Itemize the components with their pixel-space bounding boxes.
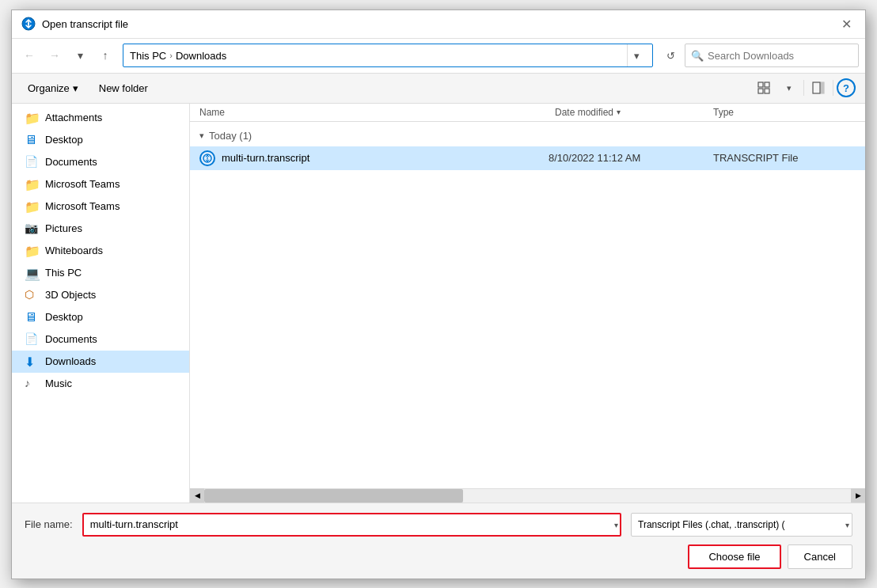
group-header-today[interactable]: ▾ Today (1) xyxy=(190,125,865,146)
download-icon: ⬇ xyxy=(25,355,39,369)
sidebar-label-music: Music xyxy=(45,377,72,389)
search-wrapper: 🔍 xyxy=(685,44,859,67)
refresh-button[interactable]: ↺ xyxy=(659,44,681,66)
view-controls: ▾ ? xyxy=(753,77,856,99)
sidebar-item-attachments[interactable]: 📁 Attachments xyxy=(12,107,189,129)
secondary-toolbar: Organize ▾ New folder ▾ xyxy=(12,74,865,104)
forward-button[interactable]: → xyxy=(44,44,66,66)
file-type-text: TRANSCRIPT File xyxy=(713,152,856,164)
sidebar-label-desktop2: Desktop xyxy=(45,311,83,323)
sidebar-label-pictures: Pictures xyxy=(45,222,82,234)
help-button[interactable]: ? xyxy=(837,78,856,97)
music-icon: ♪ xyxy=(25,377,39,391)
address-bar: This PC › Downloads ▾ xyxy=(123,44,653,67)
sidebar-item-this-pc[interactable]: 💻 This PC xyxy=(12,262,189,284)
file-name-input-wrapper: ▾ xyxy=(82,513,621,537)
sidebar-item-microsoft-teams1[interactable]: 📁 Microsoft Teams xyxy=(12,173,189,195)
title-bar: Open transcript file ✕ xyxy=(12,10,865,39)
choose-file-button[interactable]: Choose file xyxy=(688,544,780,569)
folder-yellow-icon2: 📁 xyxy=(25,199,39,214)
sort-arrow: ▾ xyxy=(617,108,621,116)
sidebar-label-desktop1: Desktop xyxy=(45,134,83,146)
view-dropdown-button[interactable]: ▾ xyxy=(778,77,800,99)
column-type: Type xyxy=(713,107,856,118)
address-path: This PC › Downloads xyxy=(130,50,624,62)
scroll-thumb xyxy=(204,489,463,503)
sidebar-item-desktop2[interactable]: 🖥 Desktop xyxy=(12,306,189,328)
file-name-input[interactable] xyxy=(82,513,621,537)
svg-rect-5 xyxy=(813,82,820,93)
sidebar-item-pictures[interactable]: 📷 Pictures xyxy=(12,218,189,240)
svg-rect-1 xyxy=(758,82,763,87)
svg-rect-3 xyxy=(758,89,763,93)
file-text-icon: 📄 xyxy=(25,155,39,169)
pictures-icon: 📷 xyxy=(25,222,39,236)
navigation-toolbar: ← → ▾ ↑ This PC › Downloads ▾ ↺ 🔍 xyxy=(12,39,865,74)
sidebar-item-downloads[interactable]: ⬇ Downloads xyxy=(12,351,189,373)
back-button[interactable]: ← xyxy=(18,44,40,66)
address-part2: Downloads xyxy=(176,50,226,62)
toolbar-divider2 xyxy=(833,80,833,96)
3d-icon: ⬡ xyxy=(25,288,39,302)
file-row-transcript[interactable]: multi-turn.transcript 8/10/2022 11:12 AM… xyxy=(190,146,865,170)
close-button[interactable]: ✕ xyxy=(837,14,856,33)
svg-rect-4 xyxy=(765,89,769,93)
address-part1: This PC xyxy=(130,50,166,62)
svg-rect-6 xyxy=(821,82,824,93)
sidebar-label-this-pc: This PC xyxy=(45,267,82,279)
desktop2-icon: 🖥 xyxy=(25,310,39,324)
preview-pane-button[interactable] xyxy=(807,77,830,99)
scroll-track[interactable] xyxy=(204,489,851,503)
address-separator: › xyxy=(169,51,173,60)
search-input[interactable] xyxy=(685,44,859,67)
sidebar-item-desktop1[interactable]: 🖥 Desktop xyxy=(12,129,189,151)
scroll-left-button[interactable]: ◀ xyxy=(190,488,204,503)
file-header: Name Date modified ▾ Type xyxy=(190,104,865,122)
file-list: ▾ Today (1) multi-turn.transcript xyxy=(190,122,865,488)
group-label-today: Today (1) xyxy=(209,130,252,142)
sidebar-label-attachments: Attachments xyxy=(45,112,102,123)
folder-yellow-icon: 📁 xyxy=(25,177,39,192)
view-grid-button[interactable] xyxy=(753,77,775,99)
organize-button[interactable]: Organize ▾ xyxy=(21,79,85,97)
group-chevron: ▾ xyxy=(199,131,204,141)
sidebar-label-whiteboards: Whiteboards xyxy=(45,245,103,256)
column-name[interactable]: Name xyxy=(199,107,555,118)
sidebar-label-documents2: Documents xyxy=(45,333,97,345)
pc-icon: 💻 xyxy=(25,266,39,280)
sidebar-item-documents2[interactable]: 📄 Documents xyxy=(12,328,189,351)
sidebar-label-teams1: Microsoft Teams xyxy=(45,178,120,190)
file-name-text: multi-turn.transcript xyxy=(222,152,542,164)
file-area: Name Date modified ▾ Type ▾ Today (1) xyxy=(190,104,865,503)
column-date-modified[interactable]: Date modified ▾ xyxy=(555,107,713,118)
scroll-right-button[interactable]: ▶ xyxy=(851,488,865,503)
new-folder-button[interactable]: New folder xyxy=(91,79,156,97)
svg-rect-2 xyxy=(765,82,769,87)
recent-button[interactable]: ▾ xyxy=(69,44,91,66)
sidebar-label-documents1: Documents xyxy=(45,156,97,168)
sidebar-item-documents1[interactable]: 📄 Documents xyxy=(12,151,189,173)
footer-filename-row: File name: ▾ Transcript Files (.chat, .t… xyxy=(25,513,852,537)
documents2-icon: 📄 xyxy=(25,332,39,347)
sidebar-item-3d-objects[interactable]: ⬡ 3D Objects xyxy=(12,284,189,306)
sidebar-label-3d: 3D Objects xyxy=(45,289,96,301)
file-date-text: 8/10/2022 11:12 AM xyxy=(549,152,707,164)
file-name-label: File name: xyxy=(25,518,73,530)
sidebar: 📁 Attachments 🖥 Desktop 📄 Documents 📁 Mi… xyxy=(12,104,190,503)
main-content: 📁 Attachments 🖥 Desktop 📄 Documents 📁 Mi… xyxy=(12,104,865,503)
file-type-select[interactable]: Transcript Files (.chat, .transcript) ( xyxy=(631,513,852,537)
sidebar-item-music[interactable]: ♪ Music xyxy=(12,373,189,395)
address-dropdown-button[interactable]: ▾ xyxy=(627,44,646,66)
file-type-wrapper: Transcript Files (.chat, .transcript) ( … xyxy=(631,513,852,537)
footer-buttons: Choose file Cancel xyxy=(25,544,852,569)
sidebar-item-microsoft-teams2[interactable]: 📁 Microsoft Teams xyxy=(12,195,189,218)
dialog-title: Open transcript file xyxy=(42,18,837,30)
cancel-button[interactable]: Cancel xyxy=(788,544,852,569)
folder-blue-icon: 🖥 xyxy=(25,133,39,147)
sidebar-item-whiteboards[interactable]: 📁 Whiteboards xyxy=(12,240,189,262)
folder-yellow-icon3: 📁 xyxy=(25,244,39,258)
footer: File name: ▾ Transcript Files (.chat, .t… xyxy=(12,503,865,579)
transcript-file-icon xyxy=(199,150,215,166)
sidebar-label-teams2: Microsoft Teams xyxy=(45,200,120,212)
up-button[interactable]: ↑ xyxy=(94,44,116,66)
